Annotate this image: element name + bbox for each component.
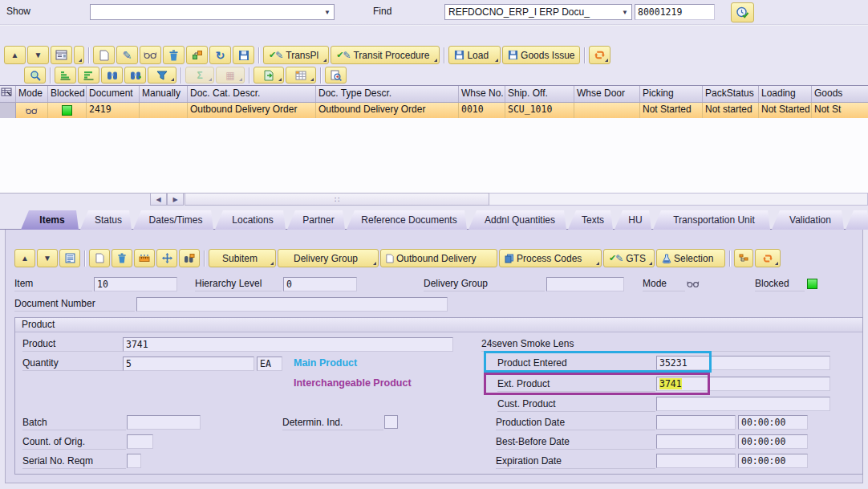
tab-texts[interactable]: Texts	[568, 210, 613, 230]
item-create-button[interactable]	[89, 249, 110, 267]
item-swap-button[interactable]	[755, 249, 781, 267]
product-field[interactable]: 3741	[123, 337, 453, 352]
subtotal-button[interactable]: ▦	[216, 67, 245, 84]
tab-reference-documents[interactable]: Reference Documents	[347, 210, 467, 230]
selection-button[interactable]: Selection	[656, 249, 725, 267]
grid-corner-cell[interactable]	[0, 86, 16, 102]
item-down-button[interactable]: ▼	[37, 249, 58, 267]
grid-col-doc-cat[interactable]: Doc. Cat. Descr.	[188, 86, 316, 102]
item-number-field[interactable]: 10	[94, 277, 177, 291]
sort-ascending-button[interactable]	[55, 67, 76, 84]
expiration-date-field[interactable]	[656, 454, 736, 468]
edit-button[interactable]: ✎	[116, 46, 138, 64]
grid-col-goods[interactable]: Goods	[812, 86, 868, 102]
find-field-dropdown[interactable]: REFDOCNO_ERP_I ERP Docu_ ▼	[444, 4, 632, 20]
count-of-orig-field[interactable]	[127, 434, 153, 449]
grid-col-loading[interactable]: Loading	[759, 86, 812, 102]
item-find-button[interactable]	[179, 249, 200, 267]
grid-col-doc-type[interactable]: Doc. Type Descr.	[316, 86, 459, 102]
tab-hu[interactable]: HU	[614, 210, 651, 230]
item-up-button[interactable]: ▲	[14, 249, 35, 267]
delivery-group-button[interactable]: Delivery Group	[278, 249, 379, 267]
layout-button[interactable]	[286, 67, 316, 84]
process-codes-button[interactable]: Process Codes	[499, 249, 602, 267]
grid-col-blocked[interactable]: Blocked	[48, 86, 87, 102]
scroll-left-button[interactable]: ◀	[150, 193, 167, 206]
grid-col-whse-door[interactable]: Whse Door	[574, 86, 640, 102]
create-button[interactable]	[93, 46, 115, 64]
serial-no-reqm-field[interactable]	[127, 454, 141, 468]
grip-icon: ∷	[335, 195, 339, 204]
item-measure-button[interactable]	[134, 249, 155, 267]
tab-status[interactable]: Status	[80, 210, 132, 230]
details-search-button[interactable]	[24, 67, 46, 84]
refresh-button[interactable]: ↻	[209, 46, 231, 64]
sort-descending-button[interactable]	[78, 67, 99, 84]
transpl-button[interactable]: ✔✎ TransPl	[263, 46, 329, 64]
goods-issue-button[interactable]: Goods Issue	[502, 46, 580, 64]
nav-up-button[interactable]: ▲	[4, 46, 26, 64]
grid-col-mode[interactable]: Mode	[16, 86, 48, 102]
scroll-right-button[interactable]: ▶	[167, 193, 184, 206]
table-row[interactable]: 2419 Outbound Delivery Order Outbound De…	[0, 103, 868, 118]
export-button[interactable]	[254, 67, 284, 84]
tab-partial[interactable]	[846, 210, 868, 230]
tab-addnl-quantities[interactable]: Addnl Quantities	[468, 210, 566, 230]
transit-procedure-button[interactable]: ✔✎ Transit Procedure	[331, 46, 440, 64]
row-selector-cell[interactable]	[0, 103, 16, 118]
best-before-date-field[interactable]	[656, 434, 736, 449]
tab-dates-times[interactable]: Dates/Times	[133, 210, 213, 230]
load-button[interactable]: Load	[448, 46, 501, 64]
delivery-group-field[interactable]	[546, 277, 624, 291]
document-number-field[interactable]	[136, 297, 448, 312]
grid-col-manually[interactable]: Manually	[140, 86, 188, 102]
show-dropdown[interactable]: ▼	[90, 4, 335, 20]
grid-col-packstatus[interactable]: PackStatus	[703, 86, 759, 102]
swap-button[interactable]	[589, 46, 610, 64]
uom-field[interactable]: EA	[257, 357, 282, 371]
tab-locations[interactable]: Locations	[215, 210, 286, 230]
hierarchy-level-field[interactable]: 0	[283, 277, 357, 291]
execute-find-button[interactable]	[731, 2, 754, 22]
expiration-time-field[interactable]: 00:00:00	[738, 454, 808, 468]
outbound-delivery-button[interactable]: Outbound Delivery	[380, 249, 497, 267]
copy-items-button[interactable]	[186, 46, 208, 64]
print-preview-button[interactable]	[325, 67, 347, 84]
display-button[interactable]	[140, 46, 161, 64]
batch-field[interactable]	[127, 415, 201, 430]
nav-down-button[interactable]: ▼	[27, 46, 49, 64]
production-time-field[interactable]: 00:00:00	[738, 415, 808, 430]
determin-ind-checkbox[interactable]	[384, 415, 398, 429]
item-delete-button[interactable]	[112, 249, 132, 267]
tab-validation[interactable]: Validation	[772, 210, 844, 230]
best-before-time-field[interactable]: 00:00:00	[738, 434, 808, 449]
item-list-button[interactable]	[59, 249, 80, 267]
tab-transportation-unit[interactable]: Transportation Unit	[653, 210, 770, 230]
grid-col-document[interactable]: Document	[87, 86, 140, 102]
sort-descending-icon	[83, 71, 94, 80]
hierarchy-button[interactable]	[734, 249, 753, 267]
toolbar-separator	[258, 47, 259, 63]
subitem-button[interactable]: Subitem	[209, 249, 276, 267]
quantity-field[interactable]: 5	[123, 357, 254, 371]
tab-items[interactable]: Items	[21, 210, 79, 230]
gts-button[interactable]: ✔✎ GTS	[603, 249, 655, 267]
production-date-field[interactable]	[656, 415, 736, 430]
detail-view-button[interactable]	[51, 46, 72, 64]
filter-button[interactable]	[148, 67, 176, 84]
grid-col-picking[interactable]: Picking	[640, 86, 703, 102]
find-button[interactable]	[101, 67, 123, 84]
cust-product-field[interactable]	[656, 397, 830, 411]
hscrollbar-thumb[interactable]: ∷	[185, 193, 489, 206]
sum-button[interactable]: Σ	[185, 67, 214, 84]
find-value-input[interactable]: 80001219	[635, 4, 715, 20]
save-button[interactable]	[233, 46, 254, 64]
process-codes-label: Process Codes	[517, 253, 582, 264]
item-expand-button[interactable]	[156, 249, 177, 267]
grid-col-whse-no[interactable]: Whse No.	[459, 86, 505, 102]
grid-col-ship-off[interactable]: Ship. Off.	[505, 86, 574, 102]
find-next-button[interactable]	[124, 67, 146, 84]
tab-partner[interactable]: Partner	[287, 210, 345, 230]
delete-button[interactable]	[163, 46, 185, 64]
detail-view-dropdown[interactable]	[74, 46, 84, 64]
